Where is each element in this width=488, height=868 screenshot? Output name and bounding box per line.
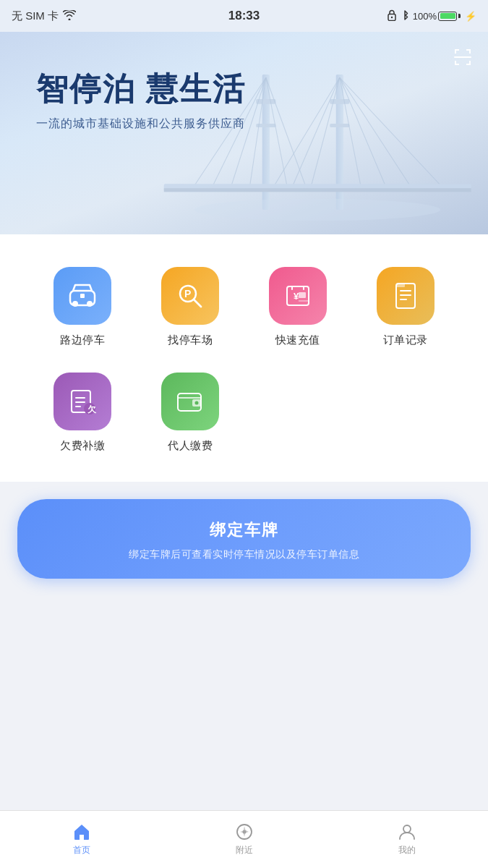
wallet-icon	[174, 385, 207, 418]
pay-for-others-icon-wrap	[161, 373, 219, 430]
svg-point-53	[403, 825, 411, 833]
overdue-icon: 欠	[66, 385, 99, 418]
svg-text:P: P	[184, 288, 191, 299]
nearby-nav-label: 附近	[236, 844, 253, 856]
battery-percent: 100%	[413, 11, 437, 22]
roadside-parking-icon-wrap	[53, 267, 111, 325]
bind-section: 绑定车牌 绑定车牌后可查看实时停车情况以及停车订单信息	[0, 482, 488, 596]
overdue-pay-label: 欠费补缴	[60, 439, 105, 453]
overdue-pay-icon-wrap: 欠	[53, 373, 111, 430]
menu-item-pay-for-others[interactable]: 代人缴费	[137, 362, 244, 467]
bind-desc: 绑定车牌后可查看实时停车情况以及停车订单信息	[39, 548, 449, 561]
status-left: 无 SIM 卡	[12, 9, 76, 23]
status-bar: 无 SIM 卡 18:33 100%	[0, 0, 488, 32]
car-icon	[66, 279, 99, 312]
nav-item-mine[interactable]: 我的	[383, 817, 431, 862]
menu-row-2: 欠 欠费补缴 代人缴费	[29, 362, 459, 467]
menu-item-order-records[interactable]: 订单记录	[351, 256, 459, 362]
nearby-nav-icon	[235, 822, 254, 841]
parking-search-icon: P	[174, 279, 207, 312]
battery-indicator: 100%	[413, 11, 461, 22]
hero-title: 智停泊 慧生活	[36, 68, 246, 111]
recharge-icon: ¥	[281, 279, 314, 312]
svg-line-15	[293, 77, 340, 185]
menu-row-1: 路边停车 P 找停车场 ¥	[29, 256, 459, 362]
roadside-parking-label: 路边停车	[60, 333, 105, 347]
scan-icon	[452, 46, 474, 68]
bind-plate-card[interactable]: 绑定车牌 绑定车牌后可查看实时停车情况以及停车订单信息	[17, 499, 471, 579]
hero-banner: 智停泊 慧生活 一流的城市基础设施和公共服务供应商	[0, 32, 488, 234]
bottom-nav: 首页 附近 我的	[0, 810, 488, 868]
scan-button[interactable]	[449, 43, 476, 71]
bluetooth-icon	[401, 9, 408, 23]
svg-line-20	[339, 77, 440, 185]
menu-item-find-parking[interactable]: P 找停车场	[137, 256, 244, 362]
nav-item-home[interactable]: 首页	[58, 817, 106, 862]
lock-icon	[387, 9, 397, 23]
svg-point-26	[72, 301, 78, 307]
bind-title: 绑定车牌	[39, 519, 449, 541]
order-records-label: 订单记录	[383, 333, 428, 347]
wifi-icon	[63, 10, 76, 22]
svg-rect-34	[299, 292, 306, 298]
find-parking-label: 找停车场	[168, 333, 213, 347]
menu-item-roadside-parking[interactable]: 路边停车	[29, 256, 137, 362]
nav-item-nearby[interactable]: 附近	[221, 817, 268, 862]
svg-rect-7	[330, 124, 349, 127]
hero-text-block: 智停泊 慧生活 一流的城市基础设施和公共服务供应商	[36, 68, 246, 132]
order-icon	[389, 279, 422, 312]
svg-rect-40	[396, 284, 405, 287]
home-nav-icon	[72, 822, 91, 841]
quick-recharge-label: 快速充值	[275, 333, 320, 347]
bolt-icon: ⚡	[465, 11, 476, 22]
pay-for-others-label: 代人缴费	[168, 439, 213, 453]
main-menu: 路边停车 P 找停车场 ¥	[0, 234, 488, 482]
svg-line-16	[311, 77, 339, 185]
svg-rect-28	[80, 294, 85, 298]
menu-item-overdue-pay[interactable]: 欠 欠费补缴	[29, 362, 137, 467]
menu-item-quick-recharge[interactable]: ¥ 快速充值	[244, 256, 352, 362]
home-nav-label: 首页	[73, 844, 90, 856]
svg-point-49	[195, 401, 199, 405]
hero-subtitle: 一流的城市基础设施和公共服务供应商	[36, 116, 246, 132]
sim-label: 无 SIM 卡	[12, 9, 59, 23]
svg-point-27	[87, 301, 93, 307]
svg-text:欠: 欠	[87, 404, 97, 414]
svg-line-31	[194, 299, 201, 307]
mine-nav-icon	[398, 822, 416, 841]
find-parking-icon-wrap: P	[161, 267, 219, 325]
status-time: 18:33	[228, 9, 260, 23]
svg-point-1	[391, 16, 393, 17]
order-records-icon-wrap	[377, 267, 435, 325]
svg-point-23	[194, 199, 440, 221]
svg-line-13	[265, 77, 304, 185]
svg-rect-22	[163, 188, 471, 192]
mine-nav-label: 我的	[398, 844, 416, 856]
quick-recharge-icon-wrap: ¥	[269, 267, 327, 325]
svg-text:¥: ¥	[294, 291, 299, 302]
svg-line-14	[274, 77, 339, 185]
svg-line-18	[339, 77, 385, 185]
status-right: 100% ⚡	[387, 9, 476, 23]
